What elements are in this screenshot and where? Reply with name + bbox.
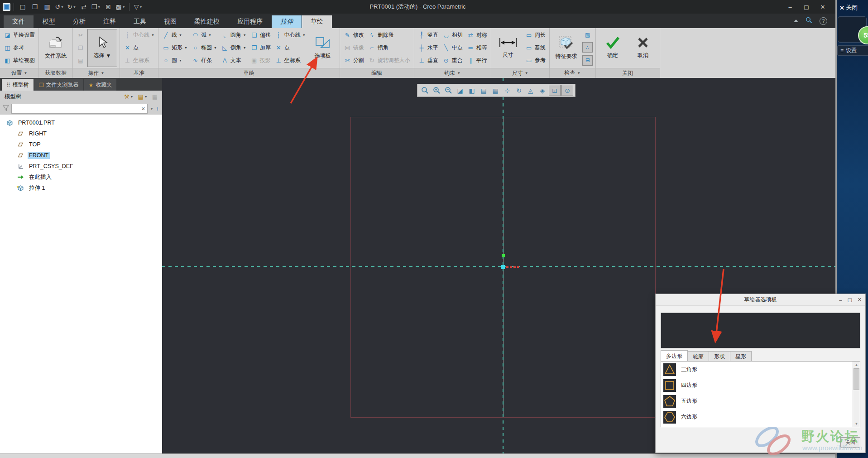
ribbon-button-equal[interactable]: ═相等: [465, 42, 489, 54]
ribbon-button-vertical[interactable]: ╀竖直: [417, 29, 440, 41]
tree-tools-icon[interactable]: ⚒▼: [124, 93, 134, 100]
tab-analysis[interactable]: 分析: [64, 15, 94, 28]
ribbon-button-rectangle[interactable]: ▭矩形▼: [161, 42, 189, 54]
collapse-ribbon-icon[interactable]: [794, 19, 798, 22]
tab-model[interactable]: 模型: [34, 15, 64, 28]
tab-annotate[interactable]: 注释: [95, 15, 125, 28]
ribbon-button-perpendicular[interactable]: ⊥垂直: [417, 55, 440, 67]
palette-item-hexagon[interactable]: 六边形: [661, 409, 860, 425]
qat-redo-button[interactable]: ↻▼: [66, 2, 77, 12]
ribbon-button-circle[interactable]: ○圆▼: [161, 55, 189, 67]
dropdown-icon[interactable]: ▼: [179, 59, 182, 62]
ribbon-button-file-system[interactable]: 文件系统: [41, 29, 70, 67]
dropdown-icon[interactable]: ▼: [243, 46, 246, 49]
toolbar-sketch-orientation-button[interactable]: ◪: [455, 85, 465, 96]
dropdown-icon[interactable]: ▼: [302, 34, 306, 37]
help-icon[interactable]: ?: [820, 17, 827, 25]
toolbar-view-manager-button[interactable]: ▦: [490, 85, 501, 96]
dropdown-icon[interactable]: ▼: [525, 71, 528, 75]
toolbar-enhanced-view-button[interactable]: ◈: [537, 85, 548, 96]
ribbon-button-datum-csys[interactable]: ⊥坐标系: [122, 55, 156, 67]
dropdown-icon[interactable]: ▼: [101, 71, 105, 75]
ribbon-button-csys[interactable]: ⊥坐标系: [273, 55, 307, 67]
palette-scrollbar[interactable]: ▲ ▼: [853, 362, 860, 427]
toolbar-shade-surfaces-button[interactable]: ◬: [525, 85, 536, 96]
filter-add-icon[interactable]: +: [156, 105, 159, 112]
ribbon-button-corner[interactable]: ⌐拐角: [367, 42, 412, 54]
tree-item-insert-here[interactable]: 在此插入: [11, 172, 162, 183]
ribbon-button-palette[interactable]: 选项板: [308, 29, 337, 67]
ribbon-button-highlight-open-ends[interactable]: ∴: [582, 42, 593, 53]
ribbon-button-arc[interactable]: ◠弧▼: [190, 29, 218, 41]
filter-funnel-icon[interactable]: [3, 105, 9, 113]
tree-filter-input[interactable]: ✕: [11, 104, 148, 114]
dropdown-icon[interactable]: ▼: [151, 34, 154, 37]
dropdown-icon[interactable]: ▼: [73, 5, 76, 9]
ribbon-button-parallel[interactable]: ∥平行: [465, 55, 489, 67]
qat-regenerate-button[interactable]: ⇄: [78, 2, 89, 12]
ribbon-button-overlapping-geometry[interactable]: ▧: [583, 30, 592, 40]
tree-item-top-plane[interactable]: TOP: [11, 139, 162, 150]
tab-tools[interactable]: 工具: [125, 15, 155, 28]
ribbon-group-label-constrain[interactable]: 约束▼: [414, 68, 491, 78]
toolbar-datum-display-filters-button[interactable]: ⊹: [502, 85, 513, 96]
dropdown-icon[interactable]: ▼: [577, 71, 580, 75]
ribbon-button-fillet[interactable]: ◟圆角▼: [220, 29, 248, 41]
ribbon-button-cancel[interactable]: 取消: [628, 29, 657, 67]
scroll-down-icon[interactable]: ▼: [853, 420, 860, 427]
palette-item-triangle[interactable]: 三角形: [661, 362, 860, 377]
close-button[interactable]: ✕: [815, 1, 831, 12]
qat-window-manager-button[interactable]: ❒▼: [91, 2, 101, 12]
ribbon-button-rotate-resize[interactable]: ↻旋转调整大小: [367, 55, 412, 67]
ribbon-button-horizontal[interactable]: ┼水平: [417, 42, 440, 54]
tree-item-right-plane[interactable]: RIGHT: [11, 128, 162, 139]
ribbon-button-perimeter[interactable]: ▭周长: [524, 29, 547, 41]
ribbon-group-label-operations[interactable]: 操作▼: [73, 68, 120, 78]
qat-qat-customize-button[interactable]: ▽▼: [133, 2, 144, 12]
recorder-close-button[interactable]: ✕ 关闭: [839, 4, 858, 12]
dropdown-icon[interactable]: ▼: [208, 34, 211, 37]
ribbon-button-copy[interactable]: ❐: [76, 43, 86, 53]
toolbar-saved-orientations-button[interactable]: ▤: [478, 85, 489, 96]
ribbon-button-tangent[interactable]: ◡相切: [441, 29, 464, 41]
tree-item-csys-node[interactable]: PRT_CSYS_DEF: [11, 161, 162, 172]
ribbon-button-project[interactable]: ▣投影: [249, 55, 272, 67]
palette-item-square[interactable]: 四边形: [661, 377, 860, 393]
dropdown-icon[interactable]: ▼: [179, 34, 182, 37]
tab-applications[interactable]: 应用程序: [229, 15, 271, 28]
ribbon-button-datum-point[interactable]: ✕点: [122, 42, 156, 54]
ribbon-button-feature-requirements[interactable]: 特征要求: [552, 29, 581, 67]
dropdown-icon[interactable]: ▼: [24, 71, 28, 75]
tab-flexible-modeling[interactable]: 柔性建模: [186, 15, 228, 28]
ribbon-button-coincident[interactable]: ⊙重合: [441, 55, 464, 67]
ribbon-button-thicken[interactable]: ❐加厚: [249, 42, 272, 54]
ribbon-button-cut[interactable]: ✂: [76, 30, 86, 40]
navigator-tab-model-tree[interactable]: ⠿模型树: [2, 79, 34, 91]
palette-item-pentagon[interactable]: 五边形: [661, 393, 860, 409]
ribbon-button-reference[interactable]: ▭参考: [524, 55, 547, 67]
ribbon-button-modify[interactable]: ✎修改: [342, 29, 365, 41]
palette-title-bar[interactable]: 草绘器选项板 – ▢ ✕: [656, 294, 865, 306]
toolbar-vertex-display-button[interactable]: ⊙: [561, 85, 573, 96]
ribbon-button-sketch-setup[interactable]: ◪草绘设置: [2, 29, 36, 41]
ribbon-group-label-dimension[interactable]: 尺寸▼: [491, 68, 549, 78]
scrollbar-thumb[interactable]: [854, 368, 859, 390]
qat-undo-button[interactable]: ↺▼: [54, 2, 65, 12]
palette-close-button[interactable]: 关闭: [840, 437, 860, 448]
toolbar-reorient-sketch-button[interactable]: ↻: [513, 85, 524, 96]
tab-view[interactable]: 视图: [155, 15, 185, 28]
qat-new-file-button[interactable]: ▢: [17, 2, 28, 12]
toolbar-display-style-button[interactable]: ◧: [466, 85, 477, 96]
navigator-tab-favorites[interactable]: ★收藏夹: [84, 79, 117, 91]
toolbar-dimension-display-button[interactable]: ⊡: [549, 85, 561, 96]
dropdown-icon[interactable]: ▼: [97, 5, 101, 9]
ribbon-button-divide[interactable]: ✄分割: [342, 55, 365, 67]
tree-item-part-node[interactable]: PRT0001.PRT: [0, 117, 162, 128]
tree-search-icon[interactable]: ▦: [152, 93, 158, 100]
dropdown-icon[interactable]: ▼: [457, 71, 460, 75]
minimize-button[interactable]: –: [782, 1, 798, 12]
palette-maximize-button[interactable]: ▢: [847, 297, 852, 303]
ribbon-button-point[interactable]: ✕点: [273, 42, 307, 54]
scroll-up-icon[interactable]: ▲: [853, 362, 860, 368]
ribbon-button-datum-centerline[interactable]: ┊中心线▼: [122, 29, 156, 41]
